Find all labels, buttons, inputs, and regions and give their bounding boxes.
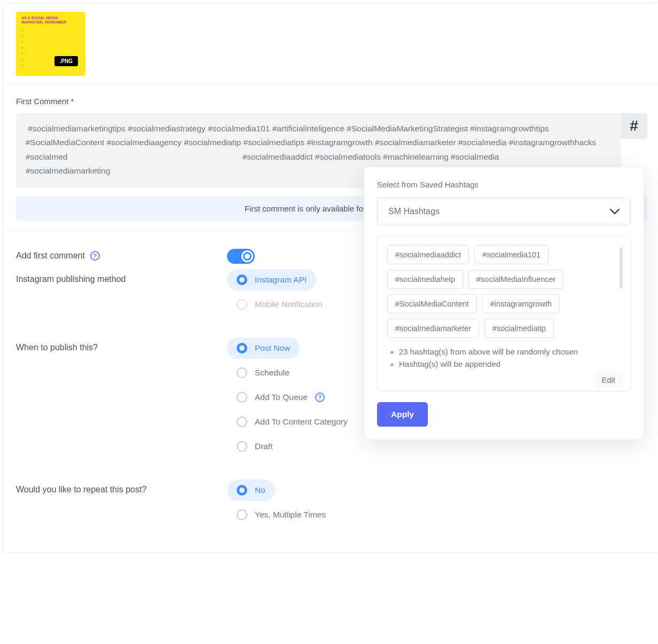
popover-title: Select from Saved Hashtags bbox=[377, 180, 631, 189]
hashtag-chip[interactable]: #socialmediahelp bbox=[387, 270, 463, 289]
hashtag-chip[interactable]: #socialmediaaddict bbox=[387, 245, 469, 264]
radio-schedule[interactable]: Schedule bbox=[227, 362, 299, 383]
first-comment-label: First Comment * bbox=[16, 97, 647, 106]
hashtag-list-box: #socialmediaaddict #socialmedia101 #soci… bbox=[377, 235, 631, 391]
edit-hashtags-link[interactable]: Edit bbox=[594, 371, 623, 389]
hashtag-chip[interactable]: #socialmedia101 bbox=[474, 245, 549, 264]
chevron-down-icon bbox=[610, 209, 620, 214]
add-first-comment-toggle[interactable] bbox=[227, 249, 255, 264]
attachment-section: AS A SOCIAL MEDIA MARKETER, REMEMBER .PN… bbox=[3, 3, 658, 85]
radio-instagram-api[interactable]: Instagram API bbox=[227, 269, 316, 290]
when-publish-options: Post Now Schedule Add To Queue ? Add To … bbox=[227, 337, 357, 457]
hashtag-info-list: 23 hashtag(s) from above will be randoml… bbox=[387, 345, 626, 370]
radio-mobile-notification[interactable]: Mobile Notification bbox=[227, 294, 332, 315]
publishing-method-options: Instagram API Mobile Notification bbox=[227, 269, 332, 315]
publishing-method-label: Instagram publishing method bbox=[16, 269, 227, 284]
hashtag-chip[interactable]: #instagramgrowth bbox=[482, 294, 560, 313]
hashtag-chip[interactable]: #SocialMediaContent bbox=[387, 294, 477, 313]
hashtag-group-dropdown[interactable]: SM Hashtags bbox=[377, 198, 631, 225]
hashtag-picker-button[interactable]: # bbox=[621, 113, 647, 139]
repeat-options: No Yes, Multiple Times bbox=[227, 480, 335, 525]
file-type-badge: .PNG bbox=[54, 56, 78, 66]
hashtag-chip[interactable]: #socialMediaInfluencer bbox=[468, 270, 563, 289]
apply-button[interactable]: Apply bbox=[377, 402, 428, 427]
radio-repeat-yes[interactable]: Yes, Multiple Times bbox=[227, 504, 335, 525]
composer-panel: AS A SOCIAL MEDIA MARKETER, REMEMBER .PN… bbox=[3, 3, 658, 553]
radio-draft[interactable]: Draft bbox=[227, 436, 283, 457]
add-first-comment-label: Add first comment ? bbox=[16, 246, 227, 261]
radio-add-to-queue[interactable]: Add To Queue ? bbox=[227, 387, 334, 408]
repeat-post-label: Would you like to repeat this post? bbox=[16, 480, 227, 494]
radio-post-now[interactable]: Post Now bbox=[227, 337, 300, 359]
when-publish-label: When to publish this? bbox=[16, 337, 227, 352]
radio-repeat-no[interactable]: No bbox=[227, 480, 275, 501]
attachment-thumbnail[interactable]: AS A SOCIAL MEDIA MARKETER, REMEMBER .PN… bbox=[16, 12, 85, 76]
help-icon[interactable]: ? bbox=[315, 392, 325, 402]
hashtag-chip[interactable]: #socialmediatip bbox=[484, 319, 554, 338]
help-icon[interactable]: ? bbox=[90, 251, 100, 261]
radio-add-to-category[interactable]: Add To Content Category bbox=[227, 411, 357, 433]
hashtag-chip[interactable]: #socialmediamarketer bbox=[387, 319, 479, 338]
saved-hashtags-popover: Select from Saved Hashtags SM Hashtags #… bbox=[364, 167, 644, 440]
